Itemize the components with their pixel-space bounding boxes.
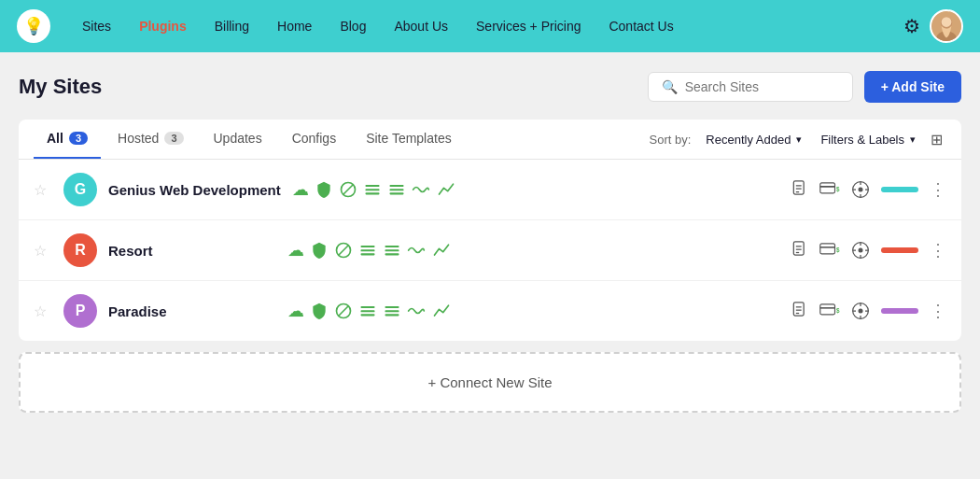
site-list: ☆ G Genius Web Development ☁ $ ⋮ <box>19 160 961 341</box>
logo-icon: 💡 <box>23 16 44 36</box>
billing-icon[interactable]: $ <box>819 303 840 319</box>
svg-rect-24 <box>361 249 375 251</box>
svg-rect-43 <box>385 306 399 308</box>
nav-plugins[interactable]: Plugins <box>126 11 200 41</box>
chart-icon <box>431 302 452 320</box>
search-icon: 🔍 <box>662 79 678 94</box>
svg-rect-42 <box>361 314 375 316</box>
billing-icon[interactable]: $ <box>819 242 840 259</box>
tab-hosted-label: Hosted <box>118 131 159 146</box>
header-row: My Sites 🔍 + Add Site <box>19 71 961 103</box>
tab-all[interactable]: All 3 <box>34 120 101 159</box>
filter-dropdown[interactable]: Filters & Labels ▾ <box>813 129 923 150</box>
nav-blog[interactable]: Blog <box>327 11 379 41</box>
svg-point-3 <box>942 17 952 27</box>
tab-site-templates[interactable]: Site Templates <box>353 120 465 159</box>
sort-chevron-icon: ▾ <box>796 134 802 146</box>
grid-view-icon[interactable]: ⊞ <box>927 127 946 152</box>
star-icon-genius[interactable]: ☆ <box>34 181 52 199</box>
avatar-genius: G <box>63 173 97 206</box>
site-icons-paradise: ☁ <box>287 301 780 321</box>
nav-home[interactable]: Home <box>264 11 325 41</box>
site-name-genius: Genius Web Development <box>108 182 281 198</box>
tab-updates[interactable]: Updates <box>201 120 275 159</box>
more-options-paradise[interactable]: ⋮ <box>930 301 946 321</box>
star-icon-resort[interactable]: ☆ <box>34 242 52 260</box>
header-actions: 🔍 + Add Site <box>648 71 961 103</box>
shield-icon <box>310 241 329 260</box>
svg-text:$: $ <box>836 247 840 254</box>
tab-configs[interactable]: Configs <box>279 120 349 159</box>
table-row: ☆ G Genius Web Development ☁ $ ⋮ <box>19 160 961 220</box>
svg-rect-11 <box>389 192 403 194</box>
tab-hosted-badge: 3 <box>164 132 183 145</box>
more-options-genius[interactable]: ⋮ <box>930 179 946 200</box>
cloud-icon: ☁ <box>287 301 304 321</box>
site-name-resort: Resort <box>108 243 276 259</box>
more-options-resort[interactable]: ⋮ <box>930 240 946 261</box>
filter-chevron-icon: ▾ <box>910 134 916 146</box>
document-icon[interactable] <box>791 180 808 199</box>
star-icon-paradise[interactable]: ☆ <box>34 303 52 320</box>
avatar[interactable] <box>930 9 963 43</box>
svg-rect-9 <box>389 185 403 187</box>
page-title: My Sites <box>19 75 102 99</box>
gear-icon[interactable]: ⚙ <box>903 15 920 37</box>
site-actions-genius: $ ⋮ <box>791 179 946 200</box>
cloud-icon: ☁ <box>287 240 304 261</box>
svg-rect-16 <box>820 183 835 193</box>
sort-dropdown[interactable]: Recently Added ▾ <box>698 129 809 150</box>
table-row: ☆ R Resort ☁ $ ⋮ <box>19 220 961 281</box>
wordpress-icon[interactable] <box>851 302 870 320</box>
svg-point-54 <box>859 309 863 314</box>
sort-section: Sort by: Recently Added ▾ <box>650 129 810 150</box>
site-actions-resort: $ ⋮ <box>791 240 946 261</box>
tab-all-label: All <box>47 131 63 146</box>
nav-sites[interactable]: Sites <box>69 11 124 41</box>
nav-contact[interactable]: Contact Us <box>595 11 686 41</box>
document-icon[interactable] <box>791 241 808 260</box>
nav-services[interactable]: Services + Pricing <box>463 11 594 41</box>
svg-text:$: $ <box>836 186 840 193</box>
stack-icon2 <box>387 180 406 199</box>
nav-about[interactable]: About Us <box>381 11 461 41</box>
tabs-row: All 3 Hosted 3 Updates Configs Site Temp… <box>19 120 961 160</box>
document-icon[interactable] <box>791 302 808 320</box>
avatar-initial-resort: R <box>75 242 86 259</box>
ban-icon <box>334 241 353 260</box>
billing-icon[interactable]: $ <box>819 181 840 198</box>
shield-icon <box>310 302 329 320</box>
cloud-icon: ☁ <box>292 179 309 200</box>
wave-icon <box>407 241 426 260</box>
wordpress-icon[interactable] <box>851 180 870 199</box>
svg-rect-23 <box>361 246 375 247</box>
tab-updates-label: Updates <box>214 131 262 146</box>
navbar: 💡 Sites Plugins Billing Home Blog About … <box>0 0 980 52</box>
svg-line-39 <box>339 306 348 316</box>
svg-rect-6 <box>365 185 379 187</box>
nav-billing[interactable]: Billing <box>202 11 262 41</box>
chart-icon <box>431 241 452 260</box>
svg-rect-41 <box>361 310 375 312</box>
svg-point-20 <box>859 188 863 192</box>
sort-label: Sort by: <box>650 133 692 147</box>
wave-icon <box>412 180 430 199</box>
sort-value: Recently Added <box>706 133 791 147</box>
tab-hosted[interactable]: Hosted 3 <box>105 120 196 159</box>
add-site-button[interactable]: + Add Site <box>864 71 961 103</box>
logo[interactable]: 💡 <box>17 9 50 43</box>
navbar-right: ⚙ <box>903 9 963 43</box>
color-bar-resort <box>881 247 918 253</box>
avatar-resort: R <box>63 233 97 267</box>
svg-line-22 <box>339 246 348 255</box>
tab-configs-label: Configs <box>292 131 336 146</box>
svg-text:$: $ <box>836 307 840 315</box>
search-input[interactable] <box>685 79 839 94</box>
site-icons-resort: ☁ <box>287 240 780 261</box>
svg-rect-28 <box>385 253 399 255</box>
wordpress-icon[interactable] <box>851 241 870 260</box>
stack-icon2 <box>383 302 401 320</box>
svg-rect-27 <box>385 249 399 251</box>
connect-site-button[interactable]: + Connect New Site <box>19 352 961 413</box>
search-box[interactable]: 🔍 <box>648 72 853 102</box>
